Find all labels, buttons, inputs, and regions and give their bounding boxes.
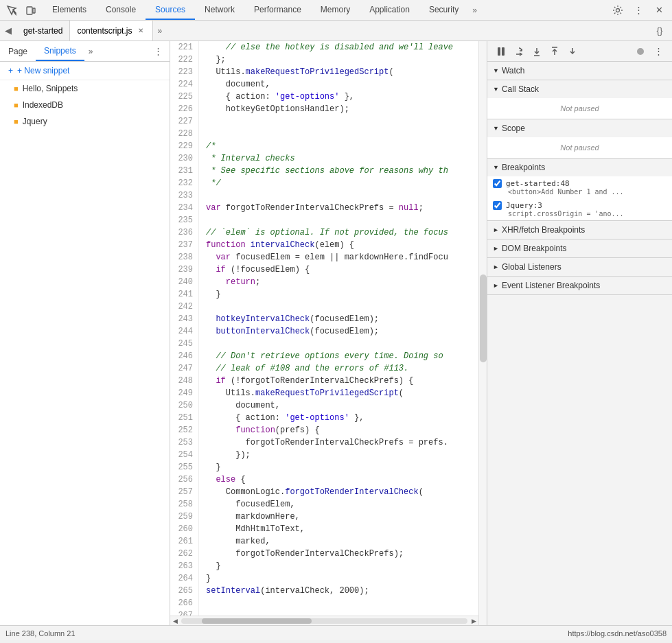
line-number: 229 bbox=[170, 140, 199, 152]
breakpoint-checkbox-2[interactable] bbox=[493, 201, 502, 210]
code-editor[interactable]: 221 // else the hotkey is disabled and w… bbox=[170, 41, 478, 616]
step-over-button[interactable] bbox=[511, 43, 527, 60]
global-listeners-header[interactable]: ► Global Listeners bbox=[487, 258, 672, 276]
call-stack-header[interactable]: ▼ Call Stack bbox=[487, 80, 672, 98]
code-line: 249 Utils.makeRequestToPrivilegedScript( bbox=[170, 387, 478, 399]
tab-console[interactable]: Console bbox=[96, 0, 146, 20]
call-stack-label: Call Stack bbox=[502, 84, 539, 94]
tab-page[interactable]: Page bbox=[0, 41, 36, 61]
line-content bbox=[199, 214, 478, 226]
line-content bbox=[199, 597, 478, 609]
line-number: 254 bbox=[170, 449, 199, 461]
watch-header[interactable]: ▼ Watch bbox=[487, 62, 672, 80]
line-number: 267 bbox=[170, 609, 199, 616]
snippet-indexeddb[interactable]: ■ IndexedDB bbox=[0, 97, 170, 113]
code-line: 252 function(prefs) { bbox=[170, 424, 478, 436]
main-layout: Page Snippets » ⋮ + + New snippet ■ Hell… bbox=[0, 41, 672, 625]
snippet-hello[interactable]: ■ Hello, Snippets bbox=[0, 80, 170, 97]
line-content: hotkeyIntervalCheck(focusedElem); bbox=[199, 313, 478, 325]
horizontal-scrollbar[interactable]: ◀ ▶ bbox=[170, 616, 478, 625]
line-number: 237 bbox=[170, 239, 199, 251]
navigate-back-button[interactable]: ◀ bbox=[0, 23, 16, 39]
line-content: marked, bbox=[199, 535, 478, 548]
close-button[interactable]: ✕ bbox=[650, 1, 668, 19]
global-arrow-icon: ► bbox=[493, 264, 499, 270]
code-line: 231 * See specific sections above for re… bbox=[170, 165, 478, 177]
tab-network[interactable]: Network bbox=[195, 0, 244, 20]
step-out-button[interactable] bbox=[546, 43, 563, 60]
file-tabs-row: ◀ get-started contentscript.js ✕ » {} bbox=[0, 21, 672, 41]
left-panel-more-button[interactable]: » bbox=[86, 47, 96, 56]
new-snippet-label: + New snippet bbox=[17, 66, 69, 75]
line-number: 225 bbox=[170, 91, 199, 103]
new-snippet-button[interactable]: + + New snippet bbox=[0, 62, 170, 80]
dom-breakpoints-header[interactable]: ► DOM Breakpoints bbox=[487, 239, 672, 257]
line-content: }; bbox=[199, 54, 478, 66]
xhr-breakpoints-section: ► XHR/fetch Breakpoints bbox=[487, 221, 672, 239]
close-file-tab-button[interactable]: ✕ bbox=[136, 26, 146, 36]
line-content: else { bbox=[199, 474, 478, 486]
line-content: } bbox=[199, 560, 478, 572]
scope-header[interactable]: ▼ Scope bbox=[487, 119, 672, 137]
line-content: forgotToRenderIntervalCheckPrefs = prefs… bbox=[199, 436, 478, 449]
code-line: 235 bbox=[170, 214, 478, 226]
code-line: 228 bbox=[170, 128, 478, 140]
breakpoints-header[interactable]: ▼ Breakpoints bbox=[487, 159, 672, 176]
file-tab-get-started[interactable]: get-started bbox=[16, 21, 70, 40]
line-number: 241 bbox=[170, 288, 199, 301]
line-content: document, bbox=[199, 399, 478, 412]
line-number: 243 bbox=[170, 313, 199, 325]
breakpoint-checkbox-1[interactable] bbox=[493, 179, 502, 188]
scroll-track[interactable] bbox=[181, 618, 467, 624]
more-tabs-button[interactable]: » bbox=[468, 0, 481, 20]
code-line: 266 bbox=[170, 597, 478, 609]
scroll-left-arrow[interactable]: ◀ bbox=[170, 616, 180, 626]
svg-rect-3 bbox=[498, 47, 500, 56]
more-file-tabs-button[interactable]: » bbox=[153, 26, 166, 36]
code-line: 254 }); bbox=[170, 449, 478, 461]
snippet-name-hello: Hello, Snippets bbox=[23, 84, 78, 93]
step-into-button[interactable] bbox=[529, 43, 545, 60]
snippet-jquery[interactable]: ■ Jquery bbox=[0, 113, 170, 130]
line-content bbox=[199, 128, 478, 140]
tab-snippets[interactable]: Snippets bbox=[36, 41, 84, 61]
pause-button[interactable] bbox=[493, 43, 509, 60]
line-number: 246 bbox=[170, 350, 199, 362]
tab-sources[interactable]: Sources bbox=[146, 0, 195, 20]
more-options-button[interactable]: ⋮ bbox=[629, 1, 647, 19]
event-listener-header[interactable]: ► Event Listener Breakpoints bbox=[487, 277, 672, 294]
line-content bbox=[199, 301, 478, 313]
line-content: Utils.makeRequestToPrivilegedScript( bbox=[199, 66, 478, 78]
scope-status: Not paused bbox=[560, 143, 599, 152]
format-code-button[interactable]: {} bbox=[651, 23, 668, 39]
code-line: 229/* bbox=[170, 140, 478, 152]
select-element-button[interactable] bbox=[3, 1, 21, 19]
xhr-breakpoints-header[interactable]: ► XHR/fetch Breakpoints bbox=[487, 221, 672, 239]
snippet-icon-hello: ■ bbox=[14, 84, 19, 93]
breakpoints-section: ▼ Breakpoints get-started:48 <button>Add… bbox=[487, 159, 672, 221]
vertical-scrollbar[interactable] bbox=[478, 41, 487, 625]
line-content: document, bbox=[199, 78, 478, 91]
line-content: * See specific sections above for reason… bbox=[199, 165, 478, 177]
line-content: forgotToRenderIntervalCheckPrefs); bbox=[199, 548, 478, 560]
toolbar-right: ⋮ ✕ bbox=[605, 1, 672, 19]
more-debug-button[interactable]: ⋮ bbox=[650, 43, 667, 60]
scroll-right-arrow[interactable]: ▶ bbox=[469, 616, 478, 626]
line-number: 244 bbox=[170, 325, 199, 338]
breakpoint-code-1: <button>Add Number 1 and ... bbox=[493, 188, 667, 196]
left-panel-menu-button[interactable]: ⋮ bbox=[150, 44, 165, 59]
tab-memory[interactable]: Memory bbox=[311, 0, 360, 20]
tab-security[interactable]: Security bbox=[419, 0, 468, 20]
code-line: 222 }; bbox=[170, 54, 478, 66]
step-button[interactable] bbox=[564, 43, 581, 60]
tab-application[interactable]: Application bbox=[360, 0, 419, 20]
code-line: 248 if (!forgotToRenderIntervalCheckPref… bbox=[170, 375, 478, 387]
deactivate-breakpoints-button[interactable] bbox=[632, 43, 649, 60]
device-toolbar-button[interactable] bbox=[22, 1, 40, 19]
settings-button[interactable] bbox=[609, 1, 627, 19]
tab-elements[interactable]: Elements bbox=[43, 0, 96, 20]
file-tab-contentscript[interactable]: contentscript.js ✕ bbox=[70, 21, 153, 40]
tab-performance[interactable]: Performance bbox=[244, 0, 311, 20]
code-line: 241 } bbox=[170, 288, 478, 301]
editor-area: 221 // else the hotkey is disabled and w… bbox=[170, 41, 478, 625]
